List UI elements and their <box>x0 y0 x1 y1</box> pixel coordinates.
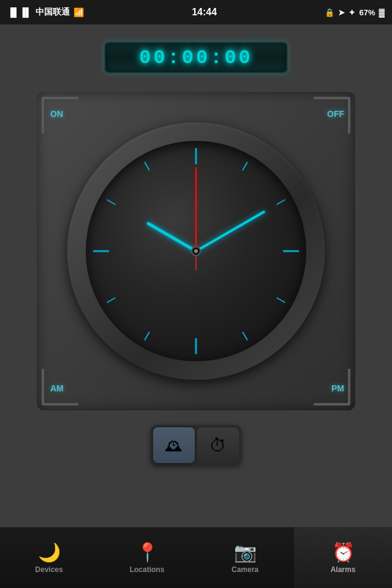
svg-line-13 <box>196 212 264 251</box>
battery-icon: ▓ <box>379 8 385 17</box>
alarms-icon: ⏰ <box>332 541 355 563</box>
locations-label: Locations <box>130 565 165 574</box>
locations-icon: 📍 <box>136 541 159 563</box>
svg-line-11 <box>145 162 149 171</box>
location-icon: ➤ <box>338 8 345 17</box>
wifi-icon: 📶 <box>74 7 84 17</box>
stopwatch-icon: ⏱ <box>209 435 227 456</box>
status-left: ▐▌▐▌ 中国联通 📶 <box>7 7 84 18</box>
camera-icon: 📷 <box>234 541 257 563</box>
tab-devices[interactable]: 🌙 Devices <box>0 527 98 588</box>
svg-line-7 <box>145 332 149 341</box>
clock-container: ON OFF AM PM <box>37 92 355 410</box>
camera-label: Camera <box>232 565 258 574</box>
clock-svg <box>86 141 306 361</box>
stopwatch-mode-button[interactable]: ⏱ <box>197 428 239 463</box>
devices-label: Devices <box>35 565 62 574</box>
battery-label: 67% <box>359 8 375 17</box>
signal-icon: ▐▌▐▌ <box>7 7 32 17</box>
digital-display: 00:00:00 <box>104 42 288 74</box>
svg-line-8 <box>107 298 116 303</box>
devices-icon: 🌙 <box>38 541 61 563</box>
mode-buttons: 🕰 ⏱ <box>151 425 241 466</box>
carrier-label: 中国联通 <box>36 7 70 18</box>
clock-face <box>86 141 306 361</box>
status-bar: ▐▌▐▌ 中国联通 📶 14:44 🔒 ➤ ✦ 67% ▓ <box>0 0 392 24</box>
clock-outer-ring <box>67 123 325 380</box>
label-off: OFF <box>327 109 344 119</box>
label-on: ON <box>50 109 63 119</box>
label-pm: PM <box>331 383 344 393</box>
tab-locations[interactable]: 📍 Locations <box>98 527 196 588</box>
lock-icon: 🔒 <box>325 8 334 17</box>
svg-line-2 <box>277 200 285 205</box>
alarms-label: Alarms <box>331 565 356 574</box>
alarm-icon: 🕰 <box>165 435 183 456</box>
digital-time: 00:00:00 <box>139 47 253 69</box>
status-right: 🔒 ➤ ✦ 67% ▓ <box>325 8 385 17</box>
label-am: AM <box>50 383 64 393</box>
status-time: 14:44 <box>192 7 217 18</box>
svg-point-17 <box>194 249 198 253</box>
svg-line-12 <box>148 224 196 251</box>
main-content: 00:00:00 ON OFF AM PM <box>0 24 392 551</box>
tab-bar: 🌙 Devices 📍 Locations 📷 Camera ⏰ Alarms <box>0 527 392 588</box>
svg-line-4 <box>277 298 285 303</box>
svg-line-10 <box>107 200 116 205</box>
svg-line-5 <box>243 332 247 341</box>
tab-camera[interactable]: 📷 Camera <box>196 527 294 588</box>
tab-alarms[interactable]: ⏰ Alarms <box>294 527 392 588</box>
alarm-mode-button[interactable]: 🕰 <box>153 428 195 463</box>
bluetooth-icon: ✦ <box>349 8 355 17</box>
svg-line-1 <box>243 162 247 171</box>
